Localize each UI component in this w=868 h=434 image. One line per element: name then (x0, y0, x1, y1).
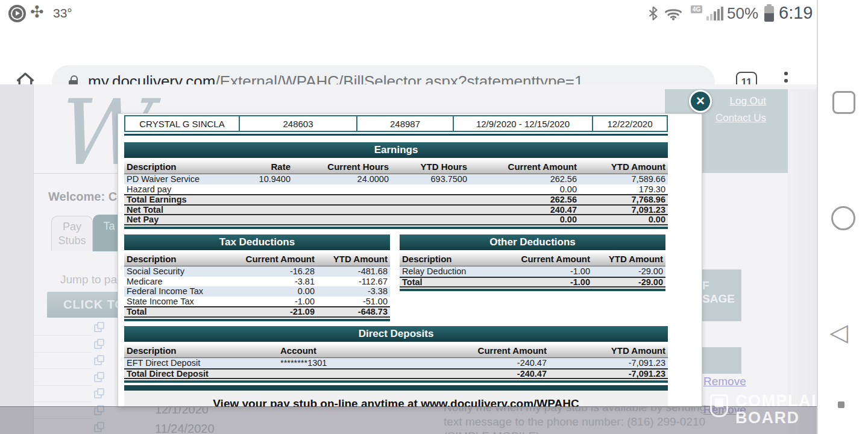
info-row-underline (124, 134, 668, 136)
table-cell: 10.9400 (254, 174, 293, 184)
column-header: YTD Amount (593, 254, 665, 264)
external-link-icon[interactable] (94, 355, 104, 365)
table-cell: -29.00 (593, 266, 665, 276)
column-header: Description (400, 254, 508, 264)
table-cell: Medicare (124, 277, 233, 286)
table-cell: -1.00 (233, 297, 317, 306)
table-cell: 0.00 (470, 215, 579, 224)
remove-link[interactable]: Remove (703, 375, 746, 388)
table-title: Direct Deposits (124, 326, 668, 342)
table-cell: EFT Direct Deposit (124, 358, 278, 368)
nav-hint-dot (838, 401, 844, 408)
column-header: Current Amount (423, 345, 549, 356)
column-header: Rate (254, 162, 293, 172)
table-cell: 7,091.23 (579, 205, 668, 215)
home-nav-button[interactable] (831, 206, 855, 230)
footer-divider-bar (124, 385, 668, 391)
table-cell: 0.00 (233, 286, 317, 296)
pinwheel-icon: ✣ (30, 2, 44, 22)
table-header-row: DescriptionAccountCurrent AmountYTD Amou… (124, 342, 668, 358)
pay-period: 12/9/2020 - 12/15/2020 (454, 116, 593, 131)
bluetooth-icon (649, 6, 658, 23)
column-header: YTD Amount (317, 254, 390, 264)
list-divider (34, 368, 92, 369)
table-cell: -7,091.23 (549, 358, 668, 368)
tax-deductions-table: Tax DeductionsDescriptionCurrent AmountY… (124, 234, 390, 321)
message-toggle-line2: SAGE (702, 292, 741, 306)
table-row: Total-1.00-29.00 (400, 277, 665, 287)
column-header: Description (124, 162, 254, 172)
external-link-icon[interactable] (94, 339, 104, 349)
column-header: Description (124, 254, 233, 264)
column-header: Account (278, 345, 423, 356)
list-divider (34, 401, 92, 402)
table-cell: 0.00 (470, 184, 579, 194)
table-cell: 240.47 (470, 205, 579, 215)
table-row: Total Direct Deposit-240.47-7,091.23 (124, 368, 668, 379)
table-cell: 262.56 (470, 195, 579, 204)
table-cell: PD Waiver Service (124, 174, 254, 184)
table-row: Medicare-3.81-112.67 (124, 277, 390, 287)
table-body: Social Security-16.28-481.68Medicare-3.8… (124, 266, 390, 318)
table-cell: Total Direct Deposit (124, 369, 278, 379)
page-left-margin (0, 84, 34, 434)
back-button[interactable]: ◁ (829, 318, 848, 346)
shield-icon (710, 394, 728, 417)
table-title: Other Deductions (400, 234, 665, 250)
column-header: Current Amount (233, 254, 317, 264)
check-number: 248987 (357, 116, 454, 131)
record-notification-icon (8, 5, 26, 22)
table-cell: Social Security (124, 266, 233, 276)
column-header: YTD Hours (391, 162, 470, 172)
external-link-icon[interactable] (94, 372, 104, 382)
page-right-margin (788, 89, 817, 434)
table-cell: State Income Tax (124, 297, 233, 306)
jump-to-page-label: Jump to pag (60, 273, 124, 286)
table-row: Total-21.09-648.73 (124, 306, 390, 316)
table-cell: 179.30 (579, 184, 668, 194)
external-link-icon[interactable] (94, 322, 104, 332)
temperature-label: 33° (53, 6, 72, 20)
list-divider (34, 335, 92, 336)
watermark-line1: COMPLAIN (735, 392, 817, 410)
browser-toolbar: my.doculivery.com/External/WPAHC/BillSel… (0, 27, 868, 84)
column-header: YTD Amount (579, 162, 668, 172)
direct-deposits-table: Direct DepositsDescriptionAccountCurrent… (124, 326, 668, 383)
external-link-icon[interactable] (94, 388, 104, 398)
column-header: Current Amount (508, 254, 593, 264)
complaintsboard-watermark: COMPLAIN BOARD (710, 392, 817, 434)
tab-pay-stubs[interactable]: Pay Stubs (51, 216, 93, 251)
table-cell: Federal Income Tax (124, 286, 233, 296)
column-header: Description (124, 345, 278, 356)
table-cell: Total Earnings (124, 195, 254, 204)
table-cell: -240.47 (423, 358, 549, 368)
table-cell: 7,589.66 (579, 174, 668, 184)
table-title: Earnings (124, 142, 668, 158)
log-out-link[interactable]: Log Out (665, 95, 766, 107)
table-body: EFT Direct Deposit********1301-240.47-7,… (124, 358, 668, 379)
table-cell: Net Total (124, 205, 254, 215)
earnings-table: EarningsDescriptionRateCurrent HoursYTD … (124, 142, 668, 229)
recents-button[interactable] (832, 91, 855, 114)
table-cell: Total (124, 307, 233, 316)
table-row: Relay Deduction-1.00-29.00 (400, 266, 665, 277)
table-cell: -112.67 (317, 277, 390, 286)
table-row: State Income Tax-1.00-51.00 (124, 297, 390, 307)
table-cell: -3.38 (317, 286, 390, 296)
pay-date: 12/22/2020 (593, 116, 667, 131)
table-cell: -240.47 (423, 369, 549, 379)
table-row: PD Waiver Service10.940024.0000693.75002… (124, 174, 668, 184)
wifi-icon (664, 7, 682, 23)
table-cell: -1.00 (508, 266, 593, 276)
table-body: Relay Deduction-1.00-29.00Total-1.00-29.… (400, 266, 665, 288)
table-cell: 262.56 (470, 174, 579, 184)
table-cell: Hazard pay (124, 184, 254, 194)
table-cell: 24.0000 (293, 174, 391, 184)
table-cell: -648.73 (317, 307, 390, 316)
column-header: Current Amount (470, 162, 579, 172)
screen-divider (817, 0, 818, 434)
close-icon[interactable]: ✕ (689, 90, 712, 113)
table-cell: -21.09 (233, 307, 317, 316)
status-bar: ✣ 33° 4G 50% 6:19 AM (0, 0, 868, 27)
message-toggle-line1: F (702, 279, 741, 292)
